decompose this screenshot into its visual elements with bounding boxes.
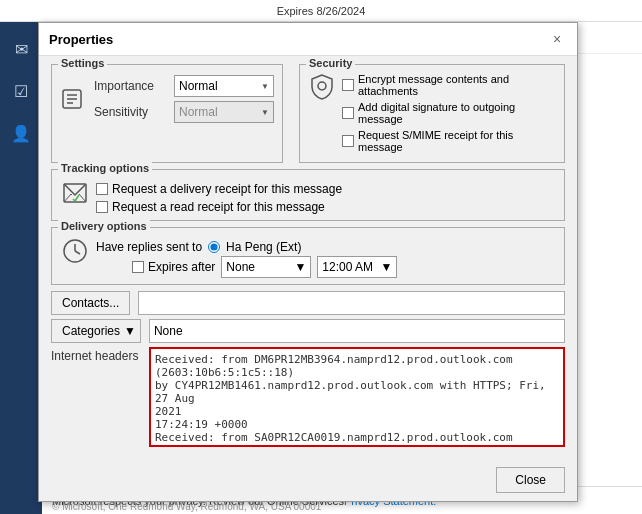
dialog-footer: Close — [39, 463, 577, 501]
delivery-fields: Have replies sent to Ha Peng (Ext) Expir… — [96, 236, 556, 278]
expires-label: Expires after — [148, 260, 215, 274]
smime-checkbox[interactable] — [342, 135, 354, 147]
sensitivity-label: Sensitivity — [94, 105, 174, 119]
close-button[interactable]: Close — [496, 467, 565, 493]
categories-row: Categories ▼ — [51, 319, 565, 343]
categories-button[interactable]: Categories ▼ — [51, 319, 141, 343]
dialog-titlebar: Properties × — [39, 23, 577, 56]
categories-arrow: ▼ — [124, 324, 136, 338]
expires-checkbox[interactable] — [132, 261, 144, 273]
delivery-legend: Delivery options — [58, 220, 150, 232]
expires-text: Expires 8/26/2024 — [277, 5, 366, 17]
dialog-close-button[interactable]: × — [547, 29, 567, 49]
security-items: Encrypt message contents and attachments… — [342, 69, 556, 156]
tracking-items: Request a delivery receipt for this mess… — [96, 178, 342, 214]
replies-radio[interactable] — [208, 241, 220, 253]
expires-checkbox-row: Expires after — [132, 260, 215, 274]
signature-label: Add digital signature to outgoing messag… — [358, 101, 556, 125]
tracking-icon — [60, 178, 90, 208]
properties-dialog: Properties × Settings — [38, 22, 578, 502]
delivery-receipt-label: Request a delivery receipt for this mess… — [112, 182, 342, 196]
dialog-body: Settings Importance — [39, 56, 577, 463]
delivery-section: Delivery options Have replies sent to Ha… — [51, 227, 565, 285]
categories-input[interactable] — [149, 319, 565, 343]
sensitivity-select[interactable]: Normal ▼ — [174, 101, 274, 123]
internet-headers-row: Internet headers — [51, 347, 565, 447]
nav-icon-tasks[interactable]: ☑ — [2, 72, 40, 110]
encrypt-checkbox[interactable] — [342, 79, 354, 91]
settings-icon — [60, 85, 88, 113]
sensitivity-arrow: ▼ — [261, 108, 269, 117]
importance-fields: Importance Normal ▼ Sensitivity Normal ▼ — [94, 75, 274, 123]
expires-time-dropdown[interactable]: 12:00 AM ▼ — [317, 256, 397, 278]
delivery-receipt-row: Request a delivery receipt for this mess… — [96, 182, 342, 196]
delivery-icon — [60, 236, 90, 266]
security-icon — [308, 73, 336, 101]
expires-time-arrow: ▼ — [380, 260, 392, 274]
smime-label: Request S/MIME receipt for this message — [358, 129, 556, 153]
replies-row: Have replies sent to Ha Peng (Ext) — [96, 240, 556, 254]
security-item-2: Request S/MIME receipt for this message — [342, 129, 556, 153]
expires-row: Expires after None ▼ 12:00 AM ▼ — [96, 256, 556, 278]
read-receipt-checkbox[interactable] — [96, 201, 108, 213]
replies-value: Ha Peng (Ext) — [226, 240, 301, 254]
read-receipt-row: Request a read receipt for this message — [96, 200, 342, 214]
contacts-button[interactable]: Contacts... — [51, 291, 130, 315]
svg-point-4 — [318, 82, 326, 90]
importance-arrow: ▼ — [261, 82, 269, 91]
dialog-title: Properties — [49, 32, 113, 47]
settings-section: Settings Importance — [51, 64, 283, 163]
internet-headers-label: Internet headers — [51, 347, 141, 447]
settings-legend: Settings — [58, 57, 107, 69]
tracking-legend: Tracking options — [58, 162, 152, 174]
contacts-input[interactable] — [138, 291, 565, 315]
importance-row: Importance Normal ▼ Sensitivity Normal ▼ — [60, 75, 274, 123]
delivery-receipt-checkbox[interactable] — [96, 183, 108, 195]
settings-security-group: Settings Importance — [51, 64, 565, 163]
security-content: Encrypt message contents and attachments… — [308, 69, 556, 156]
tracking-section: Tracking options Request a del — [51, 169, 565, 221]
security-legend: Security — [306, 57, 355, 69]
expires-date-dropdown[interactable]: None ▼ — [221, 256, 311, 278]
expires-date-arrow: ▼ — [294, 260, 306, 274]
security-section: Security Encrypt message contents and at… — [299, 64, 565, 163]
nav-icon-mail[interactable]: ✉ — [2, 30, 40, 68]
security-item-0: Encrypt message contents and attachments — [342, 73, 556, 97]
importance-label: Importance — [94, 79, 174, 93]
importance-select[interactable]: Normal ▼ — [174, 75, 274, 97]
replies-label: Have replies sent to — [96, 240, 202, 254]
svg-line-8 — [75, 251, 80, 254]
security-item-1: Add digital signature to outgoing messag… — [342, 101, 556, 125]
read-receipt-label: Request a read receipt for this message — [112, 200, 325, 214]
expires-bar: Expires 8/26/2024 — [0, 0, 642, 22]
nav-icon-contacts[interactable]: 👤 — [2, 114, 40, 152]
signature-checkbox[interactable] — [342, 107, 354, 119]
encrypt-label: Encrypt message contents and attachments — [358, 73, 556, 97]
contacts-categories-row: Contacts... — [51, 291, 565, 315]
internet-headers-textarea[interactable] — [149, 347, 565, 447]
nav-sidebar: ✉ ☑ 👤 — [0, 22, 42, 514]
